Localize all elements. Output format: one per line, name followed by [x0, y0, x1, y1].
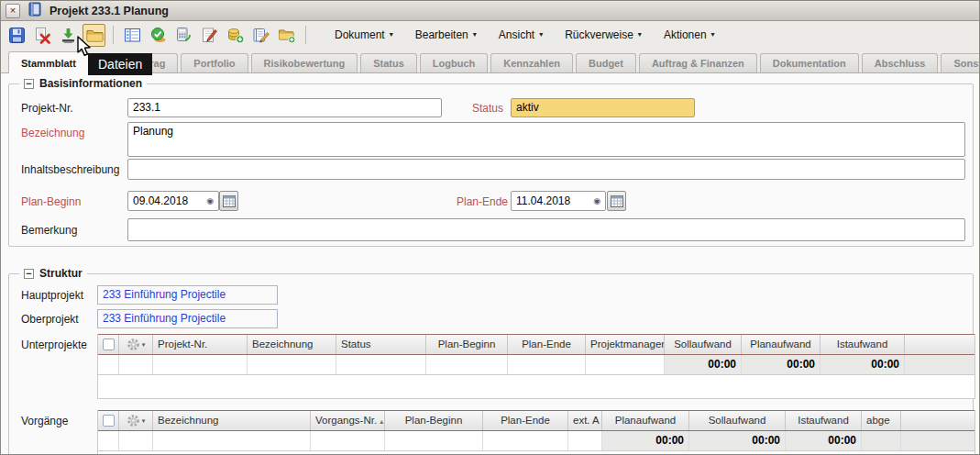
tab-kennzahlen[interactable]: Kennzahlen: [490, 53, 573, 72]
column-header-sollaufwand[interactable]: Sollaufwand: [665, 335, 742, 354]
menu-ansicht[interactable]: Ansicht▾: [488, 26, 554, 44]
content-area: − Basisinformationen Projekt-Nr. 233.1 S…: [1, 73, 980, 455]
menu-dokument[interactable]: Dokument▾: [324, 26, 404, 44]
mouse-cursor: [76, 36, 93, 58]
column-header-planaufwand[interactable]: Planaufwand: [742, 335, 820, 354]
column-header-ext-a[interactable]: ext. A: [568, 411, 602, 430]
total-cell: 00:00: [820, 355, 905, 374]
check-circle-icon[interactable]: [147, 24, 170, 47]
window-title: Projekt 233.1 Planung: [50, 5, 169, 17]
tab-abschluss[interactable]: Abschluss: [862, 53, 939, 72]
column-header-plan-ende[interactable]: Plan-Ende: [483, 411, 568, 430]
table-menu-button[interactable]: ▾: [119, 335, 153, 354]
column-header-planaufwand[interactable]: Planaufwand: [602, 411, 689, 430]
body-cell: [426, 355, 508, 374]
column-header-plan-beginn[interactable]: Plan-Beginn: [385, 411, 483, 430]
totals-row: 00:0000:0000:00: [98, 431, 974, 451]
menu-aktionen[interactable]: Aktionen▾: [653, 26, 726, 44]
tab-dokumentation[interactable]: Dokumentation: [760, 53, 859, 72]
plan-ende-input[interactable]: 11.04.2018 ◉: [511, 191, 606, 211]
menu-label: Dokument: [335, 28, 385, 41]
tab-logbuch[interactable]: Logbuch: [420, 53, 488, 72]
column-header-istaufwand[interactable]: Istaufwand: [820, 335, 905, 354]
body-cell: [248, 355, 336, 374]
save-icon[interactable]: [6, 24, 28, 47]
chevron-down-icon: ▾: [539, 31, 543, 39]
tab-sonstiges[interactable]: Sonstiges: [941, 53, 980, 72]
header-filler: [905, 335, 974, 354]
tab-budget[interactable]: Budget: [576, 53, 636, 72]
tooltip: Dateien: [88, 53, 152, 75]
tab-risikobewertung[interactable]: Risikobewertung: [251, 53, 358, 72]
struktur-legend-label: Struktur: [39, 267, 83, 280]
bezeichnung-input[interactable]: Planung: [127, 122, 965, 157]
plan-beginn-calendar-button[interactable]: [219, 191, 238, 211]
folder-add-icon[interactable]: [275, 24, 298, 47]
collapse-icon[interactable]: −: [24, 269, 34, 279]
calculator-icon[interactable]: [172, 24, 195, 47]
notebook-edit-icon[interactable]: [249, 24, 272, 47]
delete-icon[interactable]: [31, 24, 54, 47]
menu-label: Bearbeiten: [415, 28, 468, 41]
total-cell: 00:00: [742, 355, 820, 374]
column-header-vorgangs-nr[interactable]: Vorgangs-Nr.▴: [311, 411, 385, 430]
status-input[interactable]: aktiv: [511, 98, 695, 117]
row-filler: [901, 431, 974, 450]
body-cell: [98, 355, 119, 374]
today-radio-icon[interactable]: ◉: [206, 193, 214, 210]
body-cell: [336, 355, 426, 374]
today-radio-icon[interactable]: ◉: [593, 193, 600, 210]
select-all-checkbox[interactable]: [103, 338, 115, 350]
gear-icon: [127, 414, 140, 427]
struktur-legend: − Struktur: [19, 267, 87, 280]
basis-legend-label: Basisinformationen: [39, 77, 142, 90]
bemerkung-input[interactable]: [127, 218, 965, 241]
column-header-projektmanager[interactable]: Projektmanager: [586, 335, 665, 354]
coins-add-icon[interactable]: [224, 24, 247, 47]
sort-ascending-icon: ▴: [380, 417, 383, 426]
column-header-bezeichnung[interactable]: Bezeichnung: [153, 411, 311, 430]
menu-rückverweise[interactable]: Rückverweise▾: [554, 26, 653, 44]
column-header-bezeichnung[interactable]: Bezeichnung: [248, 335, 336, 354]
basis-legend: − Basisinformationen: [19, 77, 147, 90]
select-all-cell: [98, 335, 119, 354]
header-filler: [901, 411, 974, 430]
plan-ende-calendar-button[interactable]: [607, 191, 626, 211]
plan-beginn-input[interactable]: 09.04.2018 ◉: [127, 191, 219, 211]
column-header-plan-ende[interactable]: Plan-Ende: [508, 335, 586, 354]
vorgaenge-label: Vorgänge: [21, 415, 68, 427]
total-cell: 00:00: [689, 431, 786, 450]
hauptprojekt-link[interactable]: 233 Einführung Projectile: [103, 288, 226, 301]
toolbar-separator: [113, 26, 114, 44]
tab-portfolio[interactable]: Portfolio: [181, 53, 248, 72]
table-header-row: ▾Projekt-Nr.BezeichnungStatusPlan-Beginn…: [98, 334, 974, 355]
column-header-istaufwand[interactable]: Istaufwand: [786, 411, 862, 430]
select-all-checkbox[interactable]: [103, 415, 115, 427]
edit-page-icon[interactable]: [198, 24, 221, 47]
projekt-nr-input[interactable]: 233.1: [127, 98, 442, 117]
column-header-sollaufwand[interactable]: Sollaufwand: [689, 411, 786, 430]
collapse-icon[interactable]: −: [24, 79, 34, 89]
body-cell: [508, 355, 586, 374]
column-header-plan-beginn[interactable]: Plan-Beginn: [426, 335, 508, 354]
form-icon[interactable]: [121, 24, 144, 47]
oberprojekt-label: Oberprojekt: [21, 313, 79, 326]
column-header-status[interactable]: Status: [336, 335, 426, 354]
chevron-down-icon: ▾: [711, 31, 715, 39]
toolbar: Dokument▾Bearbeiten▾Ansicht▾Rückverweise…: [1, 21, 980, 49]
table-menu-button[interactable]: ▾: [119, 411, 153, 430]
column-header-abge[interactable]: abge: [862, 411, 901, 430]
body-cell: [586, 355, 665, 374]
menu-bearbeiten[interactable]: Bearbeiten▾: [404, 26, 488, 44]
menu-bar: Dokument▾Bearbeiten▾Ansicht▾Rückverweise…: [324, 26, 726, 44]
plan-ende-label: Plan-Ende: [457, 195, 508, 208]
inhaltsbeschreibung-input[interactable]: [127, 159, 965, 180]
column-header-projekt-nr[interactable]: Projekt-Nr.: [153, 335, 248, 354]
tab-auftrag-finanzen[interactable]: Auftrag & Finanzen: [639, 53, 757, 72]
window-close-button[interactable]: ×: [6, 4, 20, 18]
body-cell: [98, 431, 119, 450]
document-icon: [28, 2, 41, 20]
chevron-down-icon: ▾: [638, 31, 642, 39]
oberprojekt-link[interactable]: 233 Einführung Projectile: [103, 312, 226, 325]
tab-status[interactable]: Status: [360, 53, 417, 72]
